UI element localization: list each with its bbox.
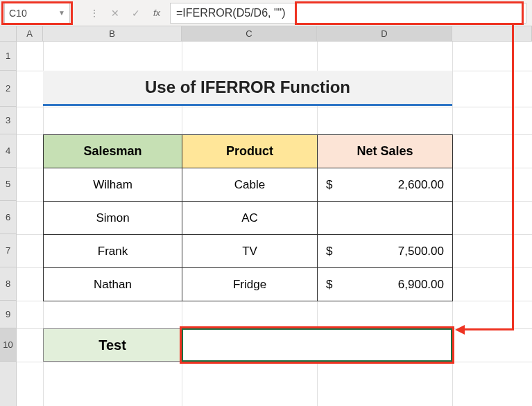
name-box[interactable]: C10 ▼ xyxy=(4,3,70,24)
annotation-arrow-head-icon xyxy=(455,325,465,335)
row-header[interactable]: 5 xyxy=(0,168,17,201)
col-header[interactable]: A xyxy=(17,26,43,42)
row-header[interactable]: 1 xyxy=(0,42,17,71)
row-header[interactable]: 6 xyxy=(0,201,17,234)
row-header[interactable]: 9 xyxy=(0,301,17,328)
fb-sep-icon: ⋮ xyxy=(84,3,105,24)
table-header-row: Salesman Product Net Sales xyxy=(44,135,453,168)
table-row: Nathan Fridge $6,900.00 xyxy=(44,268,453,301)
name-box-value: C10 xyxy=(9,8,27,19)
cell-product[interactable]: AC xyxy=(182,202,318,235)
fx-icon[interactable]: fx xyxy=(146,3,167,24)
cell-netsales[interactable]: $6,900.00 xyxy=(318,268,453,301)
row-header[interactable]: 7 xyxy=(0,234,17,267)
col-header[interactable]: D xyxy=(317,26,452,42)
header-product: Product xyxy=(182,135,318,168)
col-header[interactable]: C xyxy=(182,26,317,42)
row-headers: 12345678910 xyxy=(0,42,17,406)
row-header[interactable]: 10 xyxy=(0,328,17,362)
annotation-arrow-vertical xyxy=(512,25,514,330)
header-salesman: Salesman xyxy=(44,135,182,168)
active-cell[interactable] xyxy=(182,328,452,362)
row-header[interactable]: 4 xyxy=(0,134,17,168)
page-title: Use of IFERROR Function xyxy=(43,71,452,104)
formula-input[interactable]: =IFERROR(D5/D6, "") xyxy=(170,3,526,24)
cell-salesman[interactable]: Frank xyxy=(44,235,182,268)
cell-salesman[interactable]: Nathan xyxy=(44,268,182,301)
col-headers: ABCD xyxy=(17,26,532,42)
cell-salesman[interactable]: Simon xyxy=(44,202,182,235)
table-row: Simon AC xyxy=(44,202,453,235)
name-box-dropdown-icon[interactable]: ▼ xyxy=(58,9,65,17)
grid[interactable]: Use of IFERROR Function Salesman Product… xyxy=(17,42,532,406)
col-header[interactable]: B xyxy=(43,26,182,42)
cell-netsales[interactable]: $2,600.00 xyxy=(318,168,453,202)
row-header[interactable]: 3 xyxy=(0,107,17,134)
select-all-corner[interactable] xyxy=(0,26,17,42)
title-underline xyxy=(43,104,452,106)
formula-text: =IFERROR(D5/D6, "") xyxy=(176,7,286,19)
cell-salesman[interactable]: Wilham xyxy=(44,168,182,202)
row-header[interactable]: 8 xyxy=(0,267,17,301)
cell-product[interactable]: Cable xyxy=(182,168,318,202)
data-table: Salesman Product Net Sales Wilham Cable … xyxy=(43,134,453,301)
sheet-area: 12345678910 ABCD Use of IFERROR Function… xyxy=(0,26,532,406)
cell-netsales[interactable]: $7,500.00 xyxy=(318,235,453,268)
table-row: Wilham Cable $2,600.00 xyxy=(44,168,453,202)
formula-bar: C10 ▼ ⋮ ✕ ✓ fx =IFERROR(D5/D6, "") xyxy=(0,0,532,26)
header-netsales: Net Sales xyxy=(318,135,453,168)
row-header[interactable]: 2 xyxy=(0,71,17,107)
confirm-icon[interactable]: ✓ xyxy=(126,3,146,24)
table-row: Frank TV $7,500.00 xyxy=(44,235,453,268)
cell-netsales[interactable] xyxy=(318,202,453,235)
test-label-cell[interactable]: Test xyxy=(43,328,182,362)
annotation-arrow-horizontal xyxy=(463,328,514,330)
cancel-icon[interactable]: ✕ xyxy=(105,3,126,24)
cell-product[interactable]: TV xyxy=(182,235,318,268)
cell-product[interactable]: Fridge xyxy=(182,268,318,301)
